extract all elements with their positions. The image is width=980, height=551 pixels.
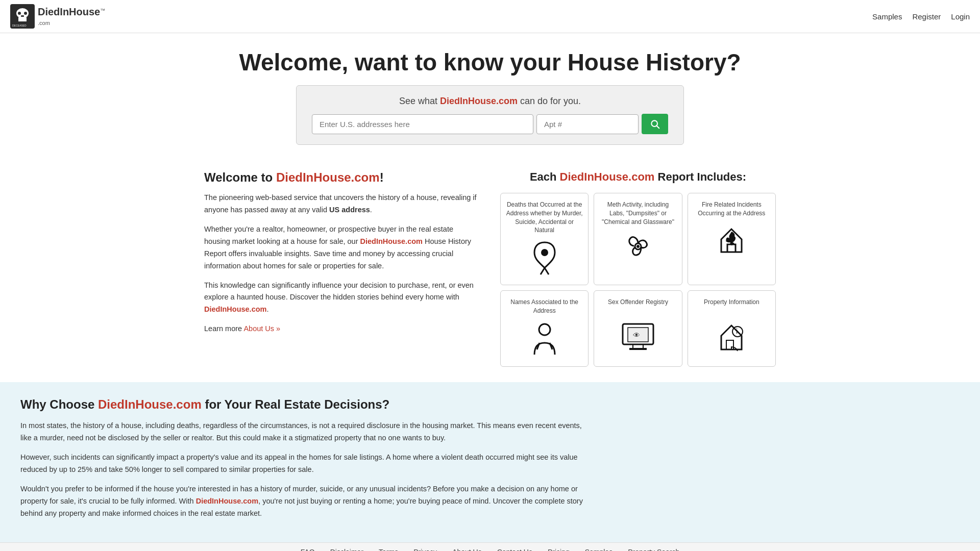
- card-title: Property Information: [693, 298, 770, 316]
- svg-text:i: i: [736, 327, 738, 335]
- report-card: Meth Activity, including Labs, "Dumpsite…: [594, 193, 682, 285]
- search-tagline: See what DiedInHouse.com can do for you.: [312, 96, 668, 107]
- left-heading: Welcome to DiedInHouse.com!: [204, 170, 480, 185]
- card-title: Fire Related Incidents Occurring at the …: [693, 201, 770, 219]
- why-brand[interactable]: DiedInHouse.com: [98, 397, 202, 411]
- left-para2: Whether you're a realtor, homeowner, or …: [204, 223, 480, 272]
- nav-links: Samples Register Login: [872, 12, 970, 21]
- card-icon: [599, 231, 676, 266]
- card-icon: 👁: [599, 321, 676, 356]
- address-input[interactable]: [312, 114, 533, 134]
- logo-link[interactable]: DECEASED DiedInHouse™ .com: [10, 4, 872, 29]
- footer-nav: FAQDisclaimerTermsPrivacyAbout UsContact…: [0, 542, 980, 551]
- card-icon: [506, 240, 583, 280]
- card-icon: [693, 224, 770, 259]
- report-heading: Each DiedInHouse.com Report Includes:: [500, 170, 776, 184]
- svg-line-8: [657, 126, 659, 129]
- why-para3: Wouldn't you prefer to be informed if th…: [20, 483, 592, 520]
- report-section: Each DiedInHouse.com Report Includes: De…: [500, 170, 776, 367]
- svg-text:DECEASED: DECEASED: [12, 24, 27, 27]
- nav-samples[interactable]: Samples: [872, 12, 902, 21]
- why-para2: However, such incidents can significantl…: [20, 452, 592, 476]
- logo-domain: .com: [38, 20, 50, 26]
- svg-rect-20: [726, 340, 733, 349]
- footer-link[interactable]: Terms: [379, 548, 398, 551]
- svg-point-3: [18, 12, 21, 15]
- logo-icon: DECEASED: [10, 4, 35, 29]
- left-para3: This knowledge can significantly influen…: [204, 280, 480, 316]
- main-content: Welcome to DiedInHouse.com! The pioneeri…: [184, 155, 796, 382]
- svg-text:👁: 👁: [633, 331, 640, 339]
- hero-section: Welcome, want to know your House History…: [0, 33, 980, 155]
- card-icon: i: [693, 321, 770, 356]
- footer-link[interactable]: Pricing: [548, 548, 570, 551]
- nav-login[interactable]: Login: [951, 12, 970, 21]
- why-section: Why Choose DiedInHouse.com for Your Real…: [0, 382, 980, 542]
- hero-title: Welcome, want to know your House History…: [10, 48, 970, 76]
- svg-point-11: [636, 245, 640, 248]
- footer-link[interactable]: Samples: [585, 548, 612, 551]
- search-icon: [650, 119, 660, 129]
- logo-text-group: DiedInHouse™ .com: [38, 6, 105, 27]
- search-row: [312, 114, 668, 134]
- report-card: Names Associated to the Address: [500, 290, 589, 367]
- footer-link[interactable]: Privacy: [413, 548, 437, 551]
- why-para3-brand[interactable]: DiedInHouse.com: [196, 497, 258, 505]
- card-icon: [506, 321, 583, 361]
- left-column: Welcome to DiedInHouse.com! The pioneeri…: [204, 170, 480, 367]
- report-card: Fire Related Incidents Occurring at the …: [688, 193, 776, 285]
- footer-link[interactable]: Property Search: [628, 548, 679, 551]
- report-brand[interactable]: DiedInHouse.com: [560, 170, 655, 183]
- footer-link[interactable]: Disclaimer: [330, 548, 363, 551]
- report-card: Deaths that Occurred at the Address whet…: [500, 193, 589, 285]
- why-heading: Why Choose DiedInHouse.com for Your Real…: [20, 397, 960, 412]
- svg-point-9: [541, 249, 548, 256]
- report-grid: Deaths that Occurred at the Address whet…: [500, 193, 776, 367]
- left-brand-link[interactable]: DiedInHouse.com: [276, 170, 380, 184]
- svg-point-4: [24, 12, 27, 15]
- footer-link[interactable]: Contact Us: [497, 548, 532, 551]
- left-para3-brand[interactable]: DiedInHouse.com: [204, 305, 266, 313]
- left-para1: The pioneering web-based service that un…: [204, 192, 480, 216]
- why-para1: In most states, the history of a house, …: [20, 420, 592, 444]
- about-us-link[interactable]: About Us »: [243, 324, 280, 333]
- card-title: Deaths that Occurred at the Address whet…: [506, 201, 583, 235]
- search-button[interactable]: [642, 114, 668, 134]
- report-card: Sex Offender Registry 👁: [594, 290, 682, 367]
- card-title: Sex Offender Registry: [599, 298, 676, 316]
- footer-link[interactable]: FAQ: [301, 548, 315, 551]
- report-card: Property Information i: [688, 290, 776, 367]
- left-learn-more: Learn more About Us »: [204, 323, 480, 335]
- footer-link[interactable]: About Us: [452, 548, 482, 551]
- left-para2-brand[interactable]: DiedInHouse.com: [360, 237, 422, 245]
- search-box: See what DiedInHouse.com can do for you.: [296, 85, 684, 145]
- svg-rect-16: [629, 348, 647, 350]
- svg-rect-5: [21, 15, 24, 17]
- svg-rect-2: [18, 17, 27, 21]
- card-title: Names Associated to the Address: [506, 298, 583, 316]
- svg-point-12: [539, 324, 550, 335]
- logo-tm: ™: [100, 8, 105, 13]
- card-title: Meth Activity, including Labs, "Dumpsite…: [599, 201, 676, 226]
- nav-register[interactable]: Register: [912, 12, 941, 21]
- apt-input[interactable]: [536, 114, 639, 134]
- logo-brand-text: DiedInHouse: [38, 6, 100, 17]
- navbar: DECEASED DiedInHouse™ .com Samples Regis…: [0, 0, 980, 33]
